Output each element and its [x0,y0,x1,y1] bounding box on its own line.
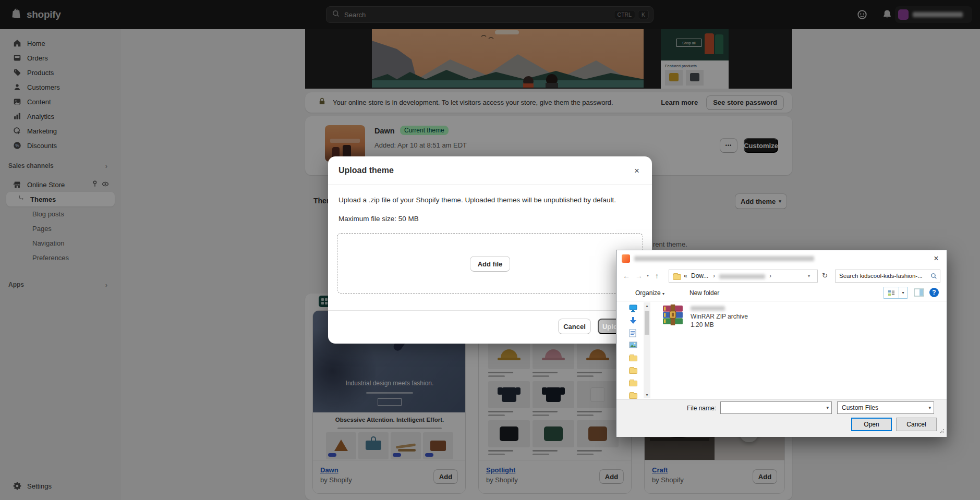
file-name-input[interactable]: ▾ [720,401,832,414]
modal-description: Upload a .zip file of your Shopify theme… [338,196,636,204]
up-icon[interactable]: ↑ [655,272,659,280]
organize-label: Organize [635,289,661,297]
screen: shopify Search CTRL K Home Order [0,0,980,500]
file-dropzone[interactable]: Add file [337,233,643,294]
downloads-icon[interactable] [629,316,637,326]
dialog-favicon [622,254,630,263]
preview-pane-button[interactable] [914,288,924,299]
dialog-cancel-button[interactable]: Cancel [896,418,937,431]
max-file-size: Maximum file size: 50 MB [338,215,419,223]
file-name-redacted [691,306,725,311]
file-item-zip[interactable]: WinRAR ZIP archive 1.20 MB [658,302,940,330]
dialog-search-text: Search kidscool-kids-fashion-... [839,273,923,279]
organize-menu[interactable]: Organize ▾ [635,289,664,297]
windows-open-dialog: × ← → ▾ ↑ « Dow... › › ▾ ↻ Search kidsco… [616,250,947,437]
search-magnifier-icon [930,273,937,281]
folder-icon[interactable] [629,393,637,399]
combo-chevron-icon: ▾ [928,405,931,410]
view-mode-chevron-icon: ▾ [899,287,907,298]
documents-icon[interactable] [629,329,636,339]
winrar-zip-icon [662,304,683,327]
open-button[interactable]: Open [851,418,892,431]
breadcrumb-folder-redacted [719,274,765,279]
folder-icon[interactable] [629,356,637,361]
close-icon[interactable]: × [630,164,644,178]
folder-icon[interactable] [629,381,637,386]
file-type-value: Custom Files [842,404,878,411]
view-mode-button[interactable]: ▾ [884,287,908,299]
add-file-button[interactable]: Add file [470,256,511,272]
breadcrumb-separator: › [713,272,715,279]
modal-title: Upload theme [338,166,394,175]
folder-icon [673,274,681,280]
dialog-title-bar[interactable]: × [616,250,947,267]
pictures-icon[interactable] [629,342,637,350]
folder-icon[interactable] [629,368,637,374]
dialog-file-area: ▴ ▾ WinRAR ZIP [616,301,947,399]
combo-chevron-icon: ▾ [826,405,829,410]
address-breadcrumb[interactable]: « Dow... › › ▾ [669,270,818,283]
forward-icon[interactable]: → [635,272,643,280]
view-mode-icon [884,287,899,298]
file-type-text: WinRAR ZIP archive [691,313,748,320]
back-icon[interactable]: ← [623,272,630,280]
scrollbar-thumb[interactable] [645,311,649,335]
desktop-icon[interactable] [629,304,637,314]
modal-cancel-button[interactable]: Cancel [558,319,591,334]
nav-pane-scrollbar[interactable]: ▴ ▾ [644,302,650,398]
new-folder-button[interactable]: New folder [689,289,719,297]
file-name-label: File name: [669,405,716,412]
recent-locations-chevron-icon[interactable]: ▾ [647,273,649,278]
breadcrumb-prefix: « [684,272,687,279]
breadcrumb-downloads[interactable]: Dow... [691,272,708,279]
breadcrumb-chevron-icon[interactable]: ▾ [808,274,810,278]
dialog-toolbar: Organize ▾ New folder ▾ ? [616,285,947,301]
breadcrumb-separator: › [769,272,771,279]
file-type-select[interactable]: Custom Files ▾ [837,401,934,414]
dialog-footer: File name: ▾ Custom Files ▾ Open Cancel [616,399,947,437]
dialog-search-box[interactable]: Search kidscool-kids-fashion-... [835,270,940,283]
refresh-icon[interactable]: ↻ [822,272,828,279]
dialog-title-redacted [634,256,814,261]
chevron-down-icon: ▾ [662,291,664,296]
upload-theme-modal: Upload theme × Upload a .zip file of you… [328,156,652,344]
dialog-close-icon[interactable]: × [929,252,943,265]
scroll-up-icon[interactable]: ▴ [644,302,650,309]
file-size-text: 1.20 MB [691,321,714,328]
scroll-down-icon[interactable]: ▾ [644,392,650,398]
resize-grip[interactable] [940,429,944,433]
help-icon[interactable]: ? [929,288,939,297]
